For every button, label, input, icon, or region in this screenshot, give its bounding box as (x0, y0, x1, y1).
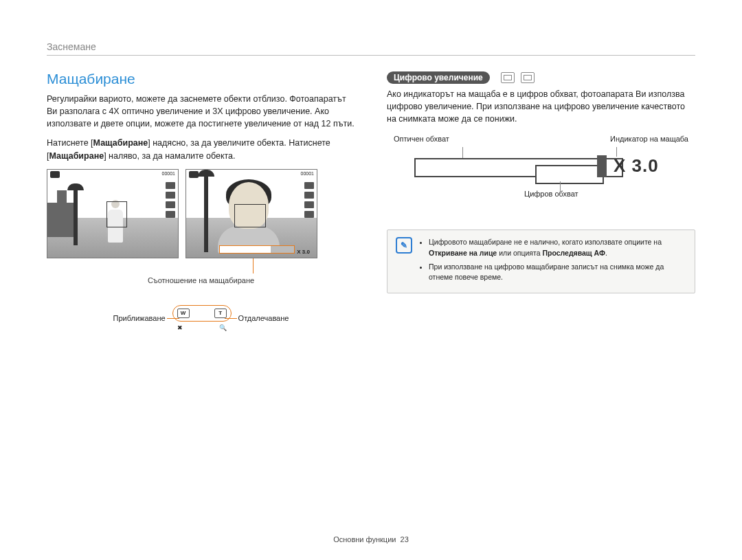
status-icon (166, 201, 175, 208)
digital-range-bar (535, 165, 604, 184)
zoom-keyword: Мащабиране (93, 138, 148, 148)
chapter-label: Заснемане (47, 41, 695, 52)
instruction-paragraph: Натиснете [Мащабиране] надясно, за да ув… (47, 137, 355, 161)
camera-mode-icon (50, 171, 60, 178)
text-fragment: ] наляво, за да намалите обекта. (104, 151, 235, 161)
thumbnail-icon: ✖ (177, 324, 183, 331)
rocker-tele-button: T (214, 309, 227, 318)
example-shot-zoomed: 00001 X 3.0 (186, 169, 317, 258)
zoom-indicator-label: Индикатор на мащаба (610, 135, 688, 143)
status-icon (166, 211, 175, 218)
note-item: При използване на цифрово мащабиране зап… (429, 262, 686, 284)
zoom-ratio-bar (219, 245, 295, 254)
status-icon (166, 192, 175, 199)
status-icon (304, 192, 314, 199)
digital-zoom-paragraph: Ако индикаторът на мащаба е в цифров обх… (387, 88, 695, 125)
scenery-lamp (204, 177, 208, 252)
intro-paragraph: Регулирайки вариото, можете да заснемете… (47, 93, 355, 130)
page-title: Мащабиране (47, 71, 355, 87)
note-list: Цифровото мащабиране не е налично, когат… (419, 237, 686, 286)
example-shots: 00001 (47, 169, 355, 258)
feature-name: Откриване на лице (429, 249, 497, 257)
leader-line (462, 147, 463, 158)
zoom-rocker-diagram: Приближаване W T ✖ 🔍 Отдалечаване (47, 305, 355, 331)
feature-name: Проследяващ АФ (542, 249, 605, 257)
example-shot-wide: 00001 (47, 169, 179, 258)
text-fragment: Натиснете [ (47, 138, 93, 148)
zoom-ratio-caption: Съотношение на мащабиране (47, 276, 355, 284)
footer-section: Основни функции (333, 535, 396, 544)
focus-frame (106, 201, 127, 227)
shot-counter: 00001 (301, 171, 314, 179)
zoom-indicator-knob (597, 155, 607, 177)
status-icon (166, 182, 175, 189)
status-icon (304, 201, 314, 208)
mode-icon (501, 72, 515, 83)
left-column: Мащабиране Регулирайки вариото, можете д… (47, 71, 355, 331)
page-number: 23 (401, 535, 409, 544)
info-icon: ✎ (396, 237, 412, 254)
optical-range-label: Оптичен обхват (394, 135, 449, 143)
zoom-out-label: Отдалечаване (238, 314, 289, 322)
page-footer: Основни функции 23 (0, 535, 742, 544)
mode-icon (521, 72, 535, 83)
focus-frame (234, 204, 266, 227)
status-icon (304, 211, 314, 218)
scenery-lamp (74, 190, 78, 245)
zoom-value: X 3.0 (614, 155, 659, 177)
shot-counter: 00001 (162, 171, 175, 179)
status-icon (304, 182, 314, 189)
magnify-icon: 🔍 (219, 324, 227, 331)
text-fragment: или опцията (497, 249, 542, 257)
digital-range-label: Цифров обхват (524, 190, 578, 198)
rocker-wide-button: W (177, 309, 190, 318)
right-column: Цифрово увеличение Ако индикаторът на ма… (387, 71, 695, 331)
callout-leader (253, 258, 254, 273)
text-fragment: Цифровото мащабиране не е налично, когат… (429, 238, 662, 246)
divider (47, 55, 695, 56)
note-box: ✎ Цифровото мащабиране не е налично, ког… (387, 229, 695, 293)
text-fragment: . (605, 249, 607, 257)
subheading-badge: Цифрово увеличение (387, 71, 490, 84)
zoom-in-label: Приближаване (113, 314, 166, 322)
camera-mode-icon (189, 171, 199, 178)
zoom-range-diagram: Оптичен обхват Индикатор на мащаба X 3.0… (387, 135, 695, 217)
zoom-rocker: W T (172, 305, 232, 322)
zoom-keyword: Мащабиране (49, 151, 104, 161)
scenery-buildings (47, 203, 75, 237)
note-item: Цифровото мащабиране не е налично, когат… (429, 237, 686, 259)
zoom-ratio-overlay: X 3.0 (297, 249, 310, 255)
